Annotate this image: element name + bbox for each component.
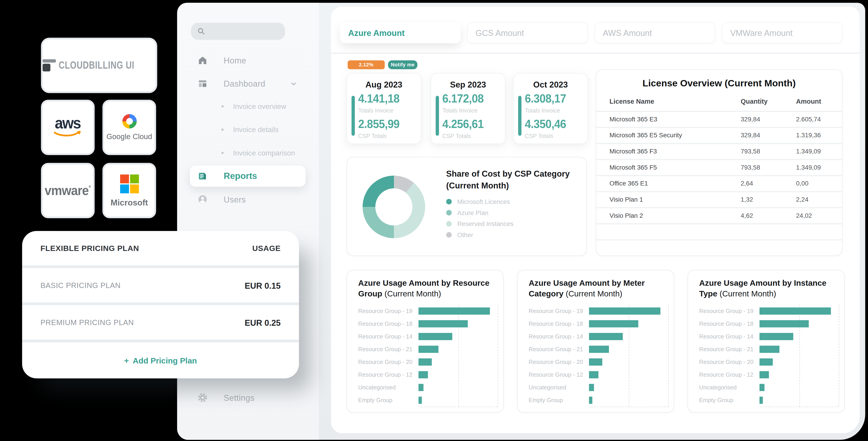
reports-icon: [198, 171, 208, 181]
bullet-icon: [221, 128, 224, 131]
screenshot-root: CLOUDBILLING UI aws Google Cloud vmware°…: [0, 0, 868, 441]
quantity-cell: 1,32: [741, 192, 753, 207]
sidebar-item-label: Home: [223, 56, 246, 65]
sidebar-subitem-invoice-comparison[interactable]: Invoice comparison: [177, 141, 319, 164]
bar-chart-card-1: Azure Usage Amount by Resource Group (Cu…: [346, 270, 504, 413]
bar-row-resource-group-19: Resource Group - 19: [518, 304, 674, 317]
sidebar-item-settings[interactable]: Settings: [177, 388, 319, 407]
sidebar-item-reports[interactable]: Reports: [190, 166, 306, 187]
sidebar-subitem-invoice-details[interactable]: Invoice details: [177, 118, 319, 141]
bar-row-resource-group-14: Resource Group - 14: [518, 330, 674, 343]
sidebar-item-users[interactable]: Users: [177, 190, 319, 209]
bar: [589, 384, 594, 391]
bar: [589, 371, 598, 379]
bar-row-resource-group-18: Resource Group - 18: [688, 317, 844, 330]
bar: [418, 320, 468, 328]
bar-category-label: Empty Group: [699, 394, 734, 407]
tab-gcs-amount[interactable]: GCS Amount: [467, 22, 588, 43]
table-row: Microsoft 365 F3793,581.349,09: [596, 143, 842, 159]
bar: [760, 371, 769, 379]
bar: [589, 320, 638, 328]
bar-category-label: Resource Group - 14: [529, 330, 583, 343]
license-name-cell: Visio Plan 2: [610, 208, 643, 223]
table-row: Visio Plan 11,322,24: [596, 191, 842, 207]
legend-label: Other: [457, 232, 473, 238]
bar-row-resource-group-21: Resource Group - 21: [518, 343, 674, 355]
search-input[interactable]: [191, 23, 285, 40]
bar: [418, 384, 424, 391]
bullet-icon: [221, 152, 224, 154]
tab-aws-amount[interactable]: AWS Amount: [594, 22, 715, 43]
bar: [589, 307, 660, 315]
app-logo-text: CLOUDBILLING UI: [59, 59, 134, 71]
notify-button[interactable]: Notify me: [388, 60, 417, 69]
bar-category-label: Uncategorised: [529, 381, 566, 394]
stat-accent-bar: [518, 96, 522, 136]
sidebar-subitem-label: Invoice comparison: [233, 149, 295, 157]
totals-invoice-label: Totals Invoice: [358, 107, 394, 113]
bar-category-label: Resource Group - 19: [529, 304, 583, 317]
csp-totals-value: 4.256,61: [442, 118, 484, 131]
bar-category-label: Resource Group - 12: [529, 369, 583, 381]
tab-azure-amount[interactable]: Azure Amount: [340, 22, 461, 43]
sidebar-item-home[interactable]: Home: [177, 51, 319, 70]
dashboard-submenu: Invoice overviewInvoice detailsInvoice c…: [177, 95, 319, 165]
totals-invoice-value: 4.141,18: [358, 92, 400, 105]
csp-totals-value: 4.350,46: [525, 118, 566, 131]
pricing-header-usage: USAGE: [252, 244, 281, 253]
users-icon: [198, 194, 208, 204]
bar-category-label: Resource Group - 14: [358, 330, 412, 343]
bar: [589, 358, 602, 366]
license-table-body: Microsoft 365 E3329,842.605,74Microsoft …: [596, 111, 842, 255]
gridline-bottom: [418, 407, 497, 407]
license-name-cell: Visio Plan 1: [610, 192, 643, 207]
license-name-cell: Microsoft 365 E3: [610, 112, 657, 127]
bar-row-resource-group-18: Resource Group - 18: [347, 317, 503, 330]
stat-card-aug-2023: Aug 20234.141,18Totals Invoice2.855,99CS…: [346, 73, 421, 144]
bar-row-resource-group-19: Resource Group - 19: [688, 304, 844, 317]
bar-category-label: Resource Group - 18: [529, 317, 583, 330]
sidebar-subitem-invoice-overview[interactable]: Invoice overview: [177, 95, 319, 118]
license-name-cell: Microsoft 365 F5: [610, 160, 657, 175]
divider: [331, 53, 860, 54]
aws-logo-card: aws: [41, 100, 94, 155]
bar-row-resource-group-12: Resource Group - 12: [347, 369, 503, 381]
pricing-plan-card: FLEXIBLE PRICING PLAN USAGE BASIC PRICIN…: [22, 231, 299, 378]
tab-vmware-amount[interactable]: VMWare Amount: [722, 22, 842, 43]
table-row: Microsoft 365 F5793,581.349,09: [596, 159, 842, 175]
amount-cell: 1.349,09: [796, 144, 821, 159]
bar: [760, 397, 763, 404]
add-pricing-plan-button[interactable]: + Add Pricing Plan: [22, 342, 299, 378]
bar-category-label: Resource Group - 20: [699, 355, 753, 368]
legend-dot: [446, 199, 452, 204]
aws-logo-text: aws: [55, 116, 81, 130]
stat-month-label: Aug 2023: [347, 80, 421, 89]
license-name-cell: Microsoft 365 E5 Security: [610, 128, 682, 143]
pricing-plan-name: PREMIUM PRICING PLAN: [40, 318, 134, 327]
quantity-cell: 793,58: [741, 160, 760, 175]
bar-chart-card-2: Azure Usage Amount by Meter Category (Cu…: [517, 270, 674, 413]
bar: [418, 346, 438, 353]
legend-label: Azure Plan: [457, 209, 488, 216]
quantity-cell: 329,84: [741, 112, 760, 127]
sidebar-item-dashboard[interactable]: Dashboard: [177, 74, 319, 93]
amount-cell: 2,24: [796, 192, 808, 207]
bar-row-resource-group-14: Resource Group - 14: [688, 330, 844, 343]
dashboard-icon: [198, 79, 208, 89]
license-card-title: License Overview (Current Month): [596, 70, 842, 89]
bar-category-label: Resource Group - 14: [699, 330, 753, 343]
table-row: Visio Plan 24,6224,02: [596, 207, 842, 223]
bar-chart-plot: Resource Group - 19Resource Group - 18Re…: [347, 304, 503, 407]
bar-chart-plot: Resource Group - 19Resource Group - 18Re…: [518, 304, 674, 407]
amount-cell: 0,00: [796, 176, 808, 191]
legend-dot: [446, 210, 452, 215]
bar: [760, 384, 765, 391]
bar-category-label: Uncategorised: [358, 381, 396, 394]
vmware-logo-card: vmware°: [41, 163, 94, 218]
pricing-row-premium-pricing-plan[interactable]: PREMIUM PRICING PLANEUR 0.25: [22, 305, 299, 340]
bar: [589, 333, 623, 340]
pricing-row-basic-pricing-plan[interactable]: BASIC PRICING PLANEUR 0.15: [22, 268, 299, 302]
bar: [760, 333, 793, 340]
bullet-icon: [221, 105, 224, 108]
bar-chart-plot: Resource Group - 19Resource Group - 18Re…: [688, 304, 844, 407]
